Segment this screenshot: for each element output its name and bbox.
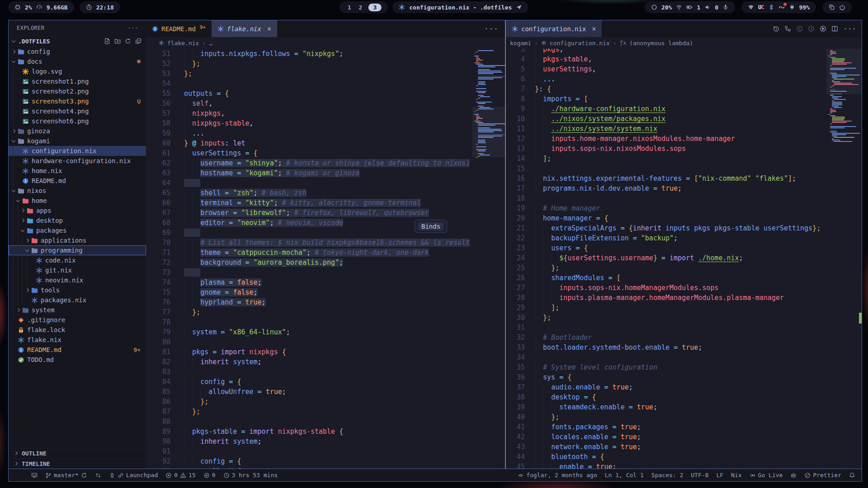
system-stats-widget[interactable]: 2% 9.66GB: [8, 1, 74, 13]
code-line-37[interactable]: 37 audio.enable = true;: [506, 382, 862, 392]
code-line-4[interactable]: 4 pkgs-stable,: [506, 54, 862, 64]
next-change-icon[interactable]: [808, 25, 815, 32]
more-actions-icon[interactable]: ···: [843, 24, 856, 33]
code-line-84[interactable]: 84 config = {: [146, 377, 505, 387]
tree-item-applications[interactable]: applications: [9, 235, 146, 245]
explorer-more-actions[interactable]: ···: [127, 25, 139, 31]
code-line-19[interactable]: 19 # Home manager: [506, 203, 862, 213]
code-line-69[interactable]: 69: [146, 228, 505, 238]
code-line-82[interactable]: 82 inherit system;: [146, 357, 505, 367]
minimap[interactable]: [472, 49, 505, 469]
close-icon[interactable]: ×: [267, 25, 271, 33]
breadcrumb-item[interactable]: flake.nix: [167, 40, 199, 47]
breadcrumb-item[interactable]: configuration.nix: [550, 40, 610, 47]
code-line-88[interactable]: 88: [146, 417, 505, 427]
tree-item-flake.lock[interactable]: flake.lock: [9, 325, 146, 335]
code-line-41[interactable]: 41 fonts.packages = true;: [506, 422, 862, 432]
code-line-56[interactable]: 56 self,: [146, 99, 505, 108]
editor-configuration-nix[interactable]: 3 pkgs,4 pkgs-stable,5 userSettings,6 ..…: [506, 49, 862, 469]
code-line-16[interactable]: 16 nix.settings.experimental-features = …: [506, 174, 862, 183]
code-line-87[interactable]: 87 };: [146, 407, 505, 417]
go-live[interactable]: Go Live: [750, 472, 783, 479]
code-line-5[interactable]: 5 userSettings,: [506, 64, 862, 74]
code-line-27[interactable]: 27 inputs.sops-nix.homeManagerModules.so…: [506, 283, 862, 293]
tab-configuration-nix[interactable]: configuration.nix ×: [506, 20, 602, 37]
session-timer[interactable]: 3 hrs 53 mins: [223, 472, 278, 479]
code-line-15[interactable]: 15: [506, 164, 862, 174]
tree-item-git.nix[interactable]: git.nix: [9, 265, 146, 275]
tree-item-packages.nix[interactable]: packages.nix: [9, 295, 146, 305]
workspace-2[interactable]: 2: [357, 4, 364, 11]
code-line-51[interactable]: 51 inputs.nixpkgs.follows = "nixpkgs";: [146, 49, 505, 59]
code-line-32[interactable]: 32 # Bootloader: [506, 333, 862, 343]
code-line-33[interactable]: 33 boot.loader.systemd-boot.enable = tru…: [506, 343, 862, 352]
tree-item-apps[interactable]: apps: [9, 206, 146, 216]
breadcrumb-item[interactable]: …: [209, 40, 212, 47]
cursor-position[interactable]: Ln 1, Col 1: [605, 472, 644, 479]
code-line-67[interactable]: 67 browser = "librewolf"; # firefox, lib…: [146, 208, 505, 218]
code-line-70[interactable]: 70 # List all themes: $ nix build nixpkg…: [146, 238, 505, 248]
code-line-63[interactable]: 63 hostname = "kogami"; # kogami or gino…: [146, 168, 505, 178]
tree-item-todo.md[interactable]: TODO.md: [9, 355, 146, 365]
code-line-92[interactable]: 92 config = {: [146, 456, 505, 466]
tree-item-kogami[interactable]: kogami: [9, 136, 146, 146]
code-line-21[interactable]: 21 extraSpecialArgs = {inherit inputs pk…: [506, 223, 862, 233]
hardware-widget[interactable]: 20% 1 0: [645, 1, 735, 13]
run-file-icon[interactable]: [820, 25, 826, 32]
code-line-54[interactable]: 54: [146, 79, 505, 89]
code-line-29[interactable]: 29 ];: [506, 303, 862, 313]
code-line-26[interactable]: 26 sharedModules = [: [506, 273, 862, 283]
split-editor-icon[interactable]: [831, 25, 838, 32]
copilot[interactable]: [790, 472, 797, 479]
code-line-66[interactable]: 66 terminal = "kitty"; # kitty, alacritt…: [146, 198, 505, 208]
close-icon[interactable]: ×: [592, 25, 596, 33]
code-line-75[interactable]: 75 gnome = false;: [146, 287, 505, 297]
code-line-28[interactable]: 28 inputs.plasma-manager.homeManagerModu…: [506, 293, 862, 303]
code-line-71[interactable]: 71 theme = "catppuccin-mocha"; # tokyo-n…: [146, 248, 505, 258]
collapse-all-icon[interactable]: [135, 38, 142, 44]
tree-item-screenshot6.png[interactable]: screenshot6.png: [9, 116, 146, 126]
code-line-89[interactable]: 89 pkgs-stable = import nixpkgs-stable {: [146, 427, 505, 436]
code-line-74[interactable]: 74 plasma = false;: [146, 277, 505, 287]
tree-item-desktop[interactable]: desktop: [9, 216, 146, 225]
encoding[interactable]: UTF-8: [691, 472, 708, 479]
workspace-1[interactable]: 1: [346, 4, 353, 11]
source-control-compare[interactable]: [95, 472, 101, 479]
code-line-65[interactable]: 65 shell = "zsh"; # bash, zsh: [146, 188, 505, 198]
section-outline[interactable]: OUTLINE: [9, 448, 146, 458]
code-line-52[interactable]: 52 };: [146, 59, 505, 69]
tree-item-system[interactable]: system: [9, 305, 146, 315]
clock-widget[interactable]: 22:18: [80, 1, 120, 13]
notifications[interactable]: [849, 472, 855, 479]
code-line-72[interactable]: 72 background = "aurora_borealis.png";: [146, 258, 505, 267]
tree-item-code.nix[interactable]: code.nix: [9, 255, 146, 265]
code-line-59[interactable]: 59 ...: [146, 128, 505, 138]
code-area[interactable]: 51 inputs.nixpkgs.follows = "nixpkgs";52…: [146, 49, 505, 469]
formatter[interactable]: Prettier: [804, 472, 841, 479]
tab-readme[interactable]: README.md 9+: [146, 20, 212, 37]
breadcrumb-item[interactable]: (anonymous lambda): [629, 40, 693, 47]
code-line-20[interactable]: 20 home-manager = {: [506, 213, 862, 223]
tree-item-logo.svg[interactable]: logo.svg: [9, 66, 146, 76]
tree-item-nixos[interactable]: nixos: [9, 186, 146, 196]
ports[interactable]: 0: [203, 472, 216, 479]
code-line-77[interactable]: 77 };: [146, 307, 505, 317]
open-changes-icon[interactable]: [784, 25, 791, 32]
code-line-44[interactable]: 44 bluetooth = {: [506, 452, 862, 462]
code-line-68[interactable]: 68 editor = "neovim"; # neovim, vscode: [146, 218, 505, 228]
code-line-30[interactable]: 30 };: [506, 313, 862, 323]
code-line-8[interactable]: 8 imports = [: [506, 94, 862, 104]
tree-item-.gitignore[interactable]: .gitignore: [9, 315, 146, 325]
code-line-13[interactable]: 13 inputs.sops-nix.nixosModules.sops: [506, 144, 862, 154]
code-line-42[interactable]: 42 locales.enable = true;: [506, 432, 862, 442]
tree-item-tools[interactable]: tools: [9, 285, 146, 295]
code-line-80[interactable]: 80: [146, 337, 505, 347]
code-line-61[interactable]: 61 userSettings = {: [146, 148, 505, 158]
tree-item-home[interactable]: home: [9, 196, 146, 206]
code-line-17[interactable]: 17 programs.nix-ld.dev.enable = true;: [506, 183, 862, 193]
code-line-85[interactable]: 85 allowUnfree = true;: [146, 387, 505, 397]
code-line-35[interactable]: 35 # System level configuration: [506, 362, 862, 372]
code-line-93[interactable]: 93 allowUnfree = true;: [146, 466, 505, 469]
launchpad[interactable]: Launchpad: [109, 472, 158, 479]
code-line-38[interactable]: 38 desktop = {: [506, 392, 862, 402]
